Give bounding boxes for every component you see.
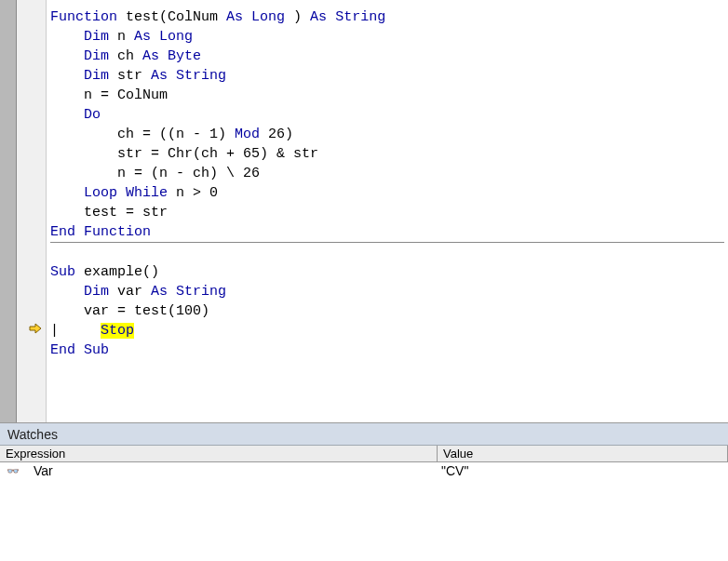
code-text xyxy=(50,284,84,300)
code-text: n > 0 xyxy=(168,185,218,201)
code-text xyxy=(151,29,159,45)
code-line[interactable]: str = Chr(ch + 65) & str xyxy=(50,144,724,164)
code-text: n xyxy=(109,29,134,45)
code-text: ch = ((n - 1) xyxy=(50,127,235,142)
keyword: Sub xyxy=(50,264,75,280)
keyword: Function xyxy=(50,9,117,25)
keyword: Dim xyxy=(84,48,109,64)
code-content[interactable]: Function test(ColNum As Long ) As String… xyxy=(47,0,728,422)
keyword: End xyxy=(50,224,75,240)
watches-grid[interactable]: Expression Value 👓Var"CV" xyxy=(0,446,728,561)
keyword: As xyxy=(134,29,151,45)
code-line[interactable]: Do xyxy=(50,105,724,125)
code-text xyxy=(67,323,101,339)
code-line[interactable]: Dim str As String xyxy=(50,66,724,86)
code-text xyxy=(243,9,251,25)
code-text: n = (n - ch) \ 26 xyxy=(50,166,260,181)
keyword: String xyxy=(335,9,385,25)
keyword: As xyxy=(226,9,243,25)
code-text xyxy=(75,342,84,358)
keyword: Dim xyxy=(84,284,109,300)
code-line[interactable]: Dim ch As Byte xyxy=(50,47,724,66)
code-text xyxy=(168,68,176,84)
code-text xyxy=(50,185,84,201)
code-line[interactable]: Dim n As Long xyxy=(50,27,724,47)
keyword: String xyxy=(176,68,226,84)
code-text: str xyxy=(109,68,151,84)
code-text xyxy=(168,284,176,300)
code-line[interactable]: End Function xyxy=(50,222,724,242)
outer-gutter xyxy=(0,0,17,422)
code-text xyxy=(117,185,126,201)
keyword: Dim xyxy=(84,29,109,45)
keyword: Dim xyxy=(84,68,109,84)
code-text: ch xyxy=(109,48,142,64)
code-text: example() xyxy=(75,264,159,280)
watches-title: Watches xyxy=(0,423,728,446)
watch-value: "CV" xyxy=(438,463,728,478)
code-text: test = str xyxy=(50,205,168,220)
code-text xyxy=(75,224,84,240)
code-text xyxy=(159,48,168,64)
keyword: Do xyxy=(84,107,101,123)
watches-columns-header: Expression Value xyxy=(0,446,728,462)
keyword: Function xyxy=(84,224,151,240)
code-text: 26) xyxy=(260,127,293,142)
text-cursor: | xyxy=(50,323,67,339)
keyword: While xyxy=(126,185,168,201)
col-header-expression[interactable]: Expression xyxy=(0,446,438,461)
code-text: var xyxy=(109,284,151,300)
code-text: test(ColNum xyxy=(117,9,226,25)
code-text: var = test(100) xyxy=(50,303,209,319)
keyword: Loop xyxy=(84,185,117,201)
current-line-arrow-icon xyxy=(28,321,43,336)
watch-glasses-icon: 👓 xyxy=(0,463,26,478)
code-line[interactable]: Dim var As String xyxy=(50,282,724,301)
keyword: As xyxy=(151,284,168,300)
code-text xyxy=(50,48,84,64)
watch-expression[interactable]: Var xyxy=(26,463,438,478)
code-line[interactable]: test = str xyxy=(50,203,724,222)
keyword: As xyxy=(142,48,159,64)
code-editor[interactable]: Function test(ColNum As Long ) As String… xyxy=(0,0,728,423)
keyword: Long xyxy=(251,9,285,25)
code-line[interactable]: Loop While n > 0 xyxy=(50,183,724,203)
margin-gutter xyxy=(17,0,47,422)
code-text xyxy=(50,68,84,84)
code-line[interactable]: n = (n - ch) \ 26 xyxy=(50,164,724,183)
keyword: Stop xyxy=(101,323,134,339)
code-line[interactable]: Sub example() xyxy=(50,262,724,282)
keyword: End xyxy=(50,342,75,358)
code-line[interactable]: | Stop xyxy=(50,321,724,341)
watch-row[interactable]: 👓Var"CV" xyxy=(0,462,728,479)
keyword: Long xyxy=(159,29,193,45)
code-line[interactable]: Function test(ColNum As Long ) As String xyxy=(50,7,724,27)
code-text xyxy=(50,107,84,123)
code-line[interactable] xyxy=(50,243,724,262)
code-text xyxy=(327,9,335,25)
code-line[interactable]: ch = ((n - 1) Mod 26) xyxy=(50,125,724,144)
keyword: As xyxy=(310,9,327,25)
code-line[interactable]: var = test(100) xyxy=(50,301,724,321)
code-line[interactable]: n = ColNum xyxy=(50,86,724,105)
code-text: str = Chr(ch + 65) & str xyxy=(50,146,318,162)
code-text: n = ColNum xyxy=(50,87,168,103)
watches-panel: Watches Expression Value 👓Var"CV" xyxy=(0,423,728,561)
code-line[interactable]: End Sub xyxy=(50,341,724,360)
code-text xyxy=(50,29,84,45)
keyword: String xyxy=(176,284,226,300)
keyword: Mod xyxy=(235,127,260,142)
keyword: Sub xyxy=(84,342,109,358)
keyword: Byte xyxy=(168,48,201,64)
code-text: ) xyxy=(285,9,310,25)
keyword: As xyxy=(151,68,168,84)
col-header-value[interactable]: Value xyxy=(438,446,728,461)
